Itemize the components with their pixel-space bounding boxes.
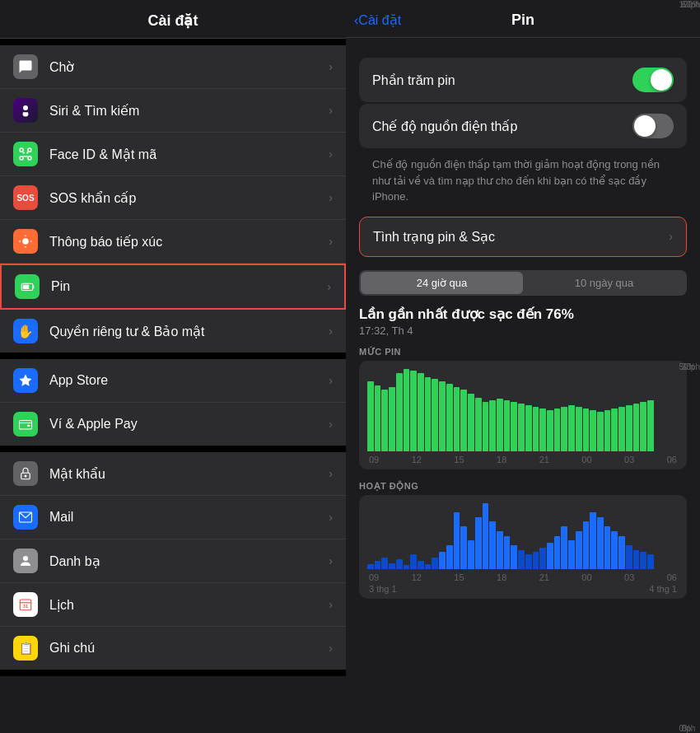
settings-item-siri[interactable]: Siri & Tìm kiếm› <box>0 89 346 133</box>
toggle-che-do-label: Chế độ nguồn điện thấp <box>372 119 517 134</box>
toggle-phan-tram-switch[interactable] <box>632 68 674 92</box>
toggle-che-do-row[interactable]: Chế độ nguồn điện thấp <box>359 104 687 148</box>
activity-bar <box>389 563 395 569</box>
battery-chart-area <box>367 369 654 451</box>
chevron-right-icon: › <box>329 147 333 161</box>
battery-bar <box>647 400 654 451</box>
right-header: ‹ Cài đặt Pin <box>346 0 700 38</box>
chevron-right-icon: › <box>329 60 333 73</box>
chevron-right-icon: › <box>329 511 333 524</box>
vi-icon <box>13 412 38 437</box>
lich-icon: 31 <box>13 592 38 617</box>
battery-status-label: Tình trạng pin & Sạc <box>373 229 495 245</box>
battery-bar <box>504 400 511 451</box>
settings-item-mail[interactable]: Mail› <box>0 496 346 539</box>
activity-bar <box>468 540 474 568</box>
svg-rect-3 <box>20 156 23 160</box>
activity-bar <box>547 543 553 569</box>
cho-icon <box>13 54 38 79</box>
settings-item-appstore[interactable]: App Store› <box>0 359 346 403</box>
tab-10days[interactable]: 10 ngày qua <box>523 272 685 294</box>
activity-bar <box>568 540 575 568</box>
chevron-right-icon: › <box>327 280 331 293</box>
settings-item-lich[interactable]: 31Lịch› <box>0 583 346 627</box>
battery-bar <box>511 402 517 451</box>
chevron-right-icon: › <box>329 191 333 204</box>
cho-label: Chờ <box>49 59 322 75</box>
mail-label: Mail <box>49 510 322 525</box>
appstore-icon <box>13 368 38 393</box>
activity-bar <box>626 545 632 569</box>
svg-point-18 <box>25 475 27 478</box>
settings-item-faceid[interactable]: Face ID & Mật mã› <box>0 133 346 176</box>
activity-bar <box>511 545 517 569</box>
vi-label: Ví & Apple Pay <box>49 417 322 432</box>
siri-icon <box>13 98 38 123</box>
battery-bar <box>497 399 503 451</box>
settings-item-cho[interactable]: Chờ› <box>0 45 346 89</box>
activity-bar <box>439 552 446 569</box>
date-row: 3 thg 1 4 thg 1 <box>367 584 679 594</box>
back-button[interactable]: ‹ Cài đặt <box>354 12 401 28</box>
battery-bar <box>410 371 417 451</box>
settings-item-pin[interactable]: Pin› <box>0 264 346 310</box>
settings-item-matkhau[interactable]: Mật khẩu› <box>0 452 346 496</box>
chevron-right-icon: › <box>329 598 333 611</box>
battery-bar <box>425 377 432 451</box>
settings-item-thongbao[interactable]: Thông báo tiếp xúc› <box>0 220 346 264</box>
y-label-0ph: 0ph <box>682 724 700 733</box>
settings-item-quyenrieng[interactable]: ✋Quyền riêng tư & Bảo mật› <box>0 310 346 352</box>
settings-item-sos[interactable]: SOSSOS khẩn cấp› <box>0 176 346 220</box>
battery-x-labels: 09 12 15 18 21 00 03 06 <box>367 455 679 465</box>
matkhau-icon <box>13 461 38 486</box>
toggle-phan-tram-row[interactable]: Phần trăm pin <box>359 58 687 102</box>
activity-bar <box>539 548 546 568</box>
activity-bar <box>404 565 410 569</box>
activity-bar <box>533 552 539 569</box>
battery-bar <box>633 404 640 451</box>
battery-bar <box>554 409 561 451</box>
sos-icon: SOS <box>13 185 38 210</box>
danhba-icon <box>13 549 38 573</box>
battery-status-box[interactable]: Tình trạng pin & Sạc › <box>359 217 687 257</box>
svg-rect-4 <box>28 156 31 160</box>
settings-item-ghichu[interactable]: 📋Ghi chú› <box>0 627 346 670</box>
svg-point-0 <box>23 105 28 110</box>
settings-item-danhba[interactable]: Danh bạ› <box>0 539 346 583</box>
toggle-phan-tram-knob <box>651 69 672 91</box>
settings-group-0: Chờ›Siri & Tìm kiếm›Face ID & Mật mã›SOS… <box>0 45 346 352</box>
hoat-dong-chart: 60ph 30ph 0ph 09 12 15 18 21 00 03 06 3 … <box>359 495 687 599</box>
settings-item-vi[interactable]: Ví & Apple Pay› <box>0 403 346 446</box>
charge-info: Lần gần nhất được sạc đến 76% <box>359 306 687 323</box>
activity-bar <box>554 536 561 569</box>
activity-bar <box>518 550 525 569</box>
battery-bar <box>597 412 604 451</box>
tab-24h[interactable]: 24 giờ qua <box>361 272 523 294</box>
settings-group-2: App Store›Ví & Apple Pay› <box>0 359 346 452</box>
back-label: Cài đặt <box>358 12 401 28</box>
settings-list: Chờ›Siri & Tìm kiếm›Face ID & Mật mã›SOS… <box>0 39 346 733</box>
svg-point-5 <box>23 152 25 153</box>
activity-bar <box>640 552 646 569</box>
chevron-right-icon: › <box>329 235 333 248</box>
activity-bar <box>611 531 618 569</box>
battery-bar <box>518 404 525 451</box>
danhba-label: Danh bạ <box>49 553 322 569</box>
activity-bar <box>590 512 596 569</box>
activity-bar <box>483 503 489 569</box>
battery-bar <box>454 387 460 451</box>
activity-bar <box>418 561 424 568</box>
activity-bar <box>475 517 482 569</box>
svg-rect-2 <box>28 148 31 152</box>
activity-bar <box>597 517 604 569</box>
chevron-right-icon: › <box>329 554 333 567</box>
tabs-row: 24 giờ qua 10 ngày qua <box>359 270 687 296</box>
left-panel: Cài đặt Chờ›Siri & Tìm kiếm›Face ID & Mậ… <box>0 0 346 733</box>
battery-bar <box>533 407 539 451</box>
chevron-right-icon: › <box>329 418 333 431</box>
battery-bar <box>418 373 424 451</box>
chevron-right-icon: › <box>329 467 333 480</box>
toggle-che-do-switch[interactable] <box>632 114 674 138</box>
quyenrieng-icon: ✋ <box>13 319 38 343</box>
left-title: Cài đặt <box>147 12 198 29</box>
